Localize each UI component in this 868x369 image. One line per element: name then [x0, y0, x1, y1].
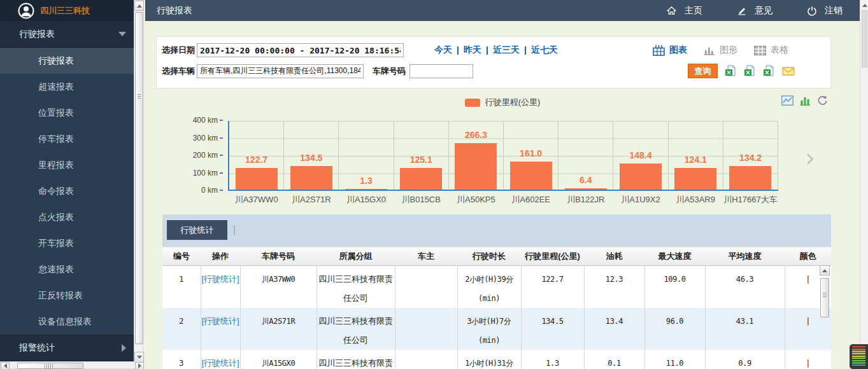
- chart-bar: [729, 166, 771, 190]
- table-cell: 43.1: [705, 308, 785, 350]
- feedback-menu-item[interactable]: 意见: [720, 0, 790, 21]
- table-cell: [395, 308, 457, 350]
- table-cell: [行驶统计]: [201, 308, 240, 350]
- home-menu-item[interactable]: 主页: [649, 0, 720, 21]
- line-chart-icon[interactable]: [781, 95, 793, 106]
- scrollbar-thumb[interactable]: [862, 10, 867, 67]
- column-header: 操作: [201, 247, 240, 266]
- table-cell: 1: [162, 266, 201, 309]
- query-button[interactable]: 查询: [688, 64, 718, 78]
- sidebar-group-driving-reports[interactable]: 行驶报表: [0, 21, 134, 48]
- sidebar-item-5[interactable]: 命令报表: [0, 178, 134, 204]
- view-toggle-label: 图表: [669, 45, 687, 56]
- scrollbar-thumb[interactable]: [17, 363, 83, 369]
- column-header: 平均速度: [705, 247, 785, 266]
- sidebar-item-4[interactable]: 里程报表: [0, 152, 134, 178]
- chart-x-label: 川A37WW0: [229, 194, 283, 205]
- tab-driving-statistics[interactable]: 行驶统计: [167, 220, 227, 240]
- home-icon: [666, 6, 677, 16]
- table-cell: 川A2S71R: [240, 308, 317, 350]
- chart-bar-value: 134.2: [723, 153, 778, 163]
- excel-export-icon[interactable]: [744, 65, 756, 77]
- scroll-right-button[interactable]: [135, 362, 144, 369]
- table-cell: 96.0: [644, 308, 705, 350]
- table-cell: 四川三三科技有限责任公司: [317, 350, 395, 369]
- quick-date-links: 今天 昨天 近三天 近七天: [434, 45, 558, 56]
- scroll-minimap-widget[interactable]: [850, 344, 868, 369]
- chart-bar-value: 124.1: [669, 155, 723, 165]
- minimap-stripes: [852, 346, 865, 367]
- chart-x-label: 川A1U9X2: [613, 194, 667, 205]
- sidebar-group-alarm-stats[interactable]: 报警统计: [0, 335, 134, 361]
- chart-bar-slot: 134.5川A2S71R: [284, 121, 339, 190]
- sidebar-horizontal-scrollbar[interactable]: [0, 361, 143, 369]
- chart-y-tick: 0 km: [171, 186, 223, 195]
- quick-link-today[interactable]: 今天: [434, 45, 452, 56]
- sidebar-item-0[interactable]: 行驶报表: [0, 48, 134, 74]
- column-header: 车牌号码: [240, 247, 317, 266]
- plate-number-input[interactable]: [409, 64, 473, 78]
- scroll-up-button[interactable]: [820, 265, 830, 275]
- vehicle-select-input[interactable]: [197, 64, 364, 78]
- scroll-up-button[interactable]: [134, 1, 144, 11]
- feedback-label: 意见: [755, 5, 772, 17]
- view-toggle-table[interactable]: 表格: [754, 45, 788, 56]
- table-row: 3[行驶统计]川A15GX0四川三三科技有限责任公司1小时(H)31分(min)…: [162, 350, 831, 369]
- table-cell: 2: [162, 308, 201, 350]
- scroll-down-button[interactable]: [134, 352, 144, 362]
- view-toggle-chart[interactable]: 图表: [653, 45, 687, 56]
- sidebar-item-10[interactable]: 设备信息报表: [0, 309, 134, 335]
- sidebar-item-6[interactable]: 点火报表: [0, 204, 134, 230]
- sidebar-item-9[interactable]: 正反转报表: [0, 282, 134, 309]
- chart-x-label: 川B015CB: [394, 194, 448, 205]
- chart-next-page-arrow[interactable]: ›: [805, 145, 815, 171]
- quick-link-7days[interactable]: 近七天: [531, 45, 558, 56]
- sidebar-item-2[interactable]: 位置报表: [0, 100, 134, 126]
- sidebar-item-3[interactable]: 停车报表: [0, 126, 134, 152]
- driving-statistics-link[interactable]: [行驶统计]: [201, 316, 239, 326]
- excel-export-icon[interactable]: [763, 65, 775, 77]
- brand-name: 四川三三科技: [40, 5, 90, 17]
- driving-statistics-link[interactable]: [行驶统计]: [201, 274, 239, 284]
- page-scrollbar[interactable]: [860, 0, 868, 369]
- logout-menu-item[interactable]: 注销: [790, 0, 860, 21]
- chart-bar: [236, 168, 278, 190]
- table-scrollbar[interactable]: [820, 265, 830, 369]
- bar-chart-icon[interactable]: [800, 95, 811, 106]
- column-header: 油耗: [584, 247, 644, 266]
- mail-icon[interactable]: [782, 66, 795, 76]
- chart-y-tick: 400 km: [171, 116, 223, 125]
- table-cell: 0.1: [584, 350, 644, 369]
- sidebar-submenu: 行驶报表超速报表位置报表停车报表里程报表命令报表点火报表开车报表怠速报表正反转报…: [0, 48, 134, 335]
- quick-link-3days[interactable]: 近三天: [493, 45, 520, 56]
- table-cell: 1小时(H)31分(min): [457, 350, 521, 369]
- refresh-icon[interactable]: [817, 95, 828, 106]
- sidebar-vertical-scrollbar[interactable]: [134, 0, 143, 361]
- date-range-input[interactable]: [197, 43, 404, 57]
- sidebar-item-7[interactable]: 开车报表: [0, 230, 134, 256]
- quick-link-yesterday[interactable]: 昨天: [464, 45, 481, 56]
- scrollbar-thumb[interactable]: [135, 12, 143, 344]
- plate-label: 车牌号码: [373, 66, 406, 77]
- view-toggle-graph[interactable]: 图形: [704, 45, 737, 56]
- chart-x-label: 川A53AR9: [669, 194, 723, 205]
- chart-bar: [345, 189, 387, 190]
- excel-export-icon[interactable]: [725, 65, 737, 77]
- scroll-left-button[interactable]: [1, 362, 10, 369]
- table-row: 1[行驶统计]川A37WW0四川三三科技有限责任公司2小时(H)39分(min)…: [162, 266, 831, 309]
- sidebar-item-8[interactable]: 怠速报表: [0, 256, 134, 282]
- table-cell: 134.5: [521, 308, 584, 350]
- chart-bar: [290, 166, 332, 190]
- driving-statistics-link[interactable]: [行驶统计]: [201, 358, 239, 368]
- chart-bar: [620, 164, 662, 190]
- sidebar-item-1[interactable]: 超速报表: [0, 74, 134, 100]
- column-header: 行驶时长: [457, 247, 521, 266]
- chart-panel-icon: [653, 45, 665, 56]
- column-header: 行驶里程(公里): [521, 247, 584, 266]
- scrollbar-thumb[interactable]: [820, 278, 829, 317]
- driving-statistics-table: 编号操作车牌号码所属分组车主行驶时长行驶里程(公里)油耗最大速度平均速度颜色1[…: [162, 246, 831, 369]
- scroll-up-button[interactable]: [861, 1, 868, 9]
- chart-bar-slot: 266.3川A50KP5: [449, 121, 504, 190]
- chart-bar-slot: 125.1川B015CB: [394, 121, 449, 190]
- chart-bar: [510, 162, 552, 190]
